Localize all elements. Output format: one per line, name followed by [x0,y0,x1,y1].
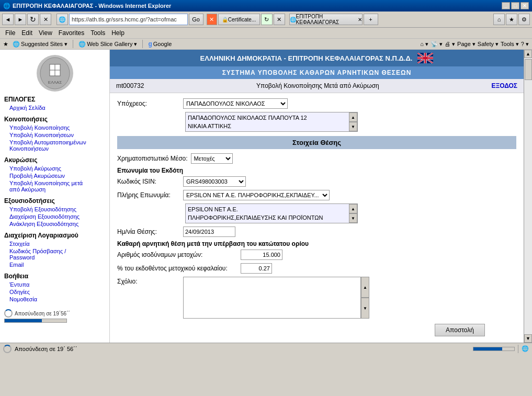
greek-emblem: ΕΛΛΑΣ [37,55,73,92]
stop-button[interactable]: ✕ [40,14,51,25]
address-scroll-down[interactable]: ▼ [349,122,357,131]
web-slice-gallery-link[interactable]: 🌐 Web Slice Gallery ▾ [76,40,139,48]
google-icon: g [148,40,152,48]
legislation-link[interactable]: Νομοθεσία [4,296,105,303]
full-name-select[interactable]: EPSILON NET A.E. ΠΛΗΡΟΦΟΡΙΚΗΣ,ΕΚΠΑΙΔΕΥ..… [183,190,330,200]
sidebar: ΕΛΛΑΣ ΕΠΙΛΟΓΕΣ Αρχική Σελίδα Κοινοποιήσε… [0,50,110,343]
certificate-stop-button[interactable]: ✕ [207,14,217,25]
scroll-down-button[interactable]: ▼ [524,334,532,343]
menu-tools[interactable]: Tools [87,29,108,37]
favorites-star-button[interactable]: ★ [506,14,517,25]
isin-select[interactable]: GRS498003003 [183,176,246,187]
revoke-authorization-link[interactable]: Ανάκληση Εξουσιοδότησης [4,220,105,228]
date-row: Ημ/νία Θέσης: [117,227,516,237]
main-content: ΕΛΛΗΝΙΚΗ ΔΗΜΟΚΡΑΤΙΑ - ΕΠΙΤΡΟΠΗ ΚΕΦΑΛΑΙΑΓ… [110,50,524,343]
toolbar-home-icon[interactable]: ⌂ ▾ [420,41,428,48]
comment-scroll-down[interactable]: ▼ [361,298,369,319]
stop-button-2[interactable]: ✕ [274,14,285,25]
full-name-scroll-up[interactable]: ▲ [349,204,357,213]
full-name-area: EPSILON NET A.E. ΠΛΗΡΟΦΟΡΙΚΗΣ,ΕΚΠΑΙΔΕΥΣΗ… [185,203,516,223]
home-button[interactable]: ⌂ [493,14,505,25]
suggested-sites-link[interactable]: 🌐 Suggested Sites ▾ [10,40,70,48]
section-cancellations-title: Ακυρώσεις [4,156,105,164]
browser-body: ΕΛΛΑΣ ΕΠΙΛΟΓΕΣ Αρχική Σελίδα Κοινοποιήσε… [0,50,532,343]
net-position-title: Καθαρή αρνητική θέση μετά την υπέρβαση τ… [117,240,516,247]
date-input[interactable] [183,227,235,237]
full-name-row: Πλήρης Επωνυμία: EPSILON NET A.E. ΠΛΗΡΟΦ… [117,190,516,200]
refresh-button-2[interactable]: ↻ [261,14,273,25]
toolbar-print-icon[interactable]: 🖨 ▾ [445,41,455,48]
window-controls[interactable]: _ □ ✕ [502,2,529,9]
address-scroll-up[interactable]: ▲ [349,112,357,122]
minimize-button[interactable]: _ [502,2,510,9]
toolbar-page-menu[interactable]: Page ▾ [457,41,476,48]
active-tab-toolbar[interactable]: 🌐 ΕΠΙΤΡΟΠΗ ΚΕΦΑΛΑΙΑΓΟΡΑΣ ✕ [289,14,363,25]
home-link[interactable]: Αρχική Σελίδα [4,104,105,111]
shares-label: Αριθμός ισοδύναμων μετοχών: [117,251,237,258]
new-tab-button[interactable]: + [364,14,378,25]
menu-edit[interactable]: Edit [18,29,36,37]
address-input[interactable] [72,16,185,22]
toolbar-help-icon[interactable]: ? ▾ [521,41,529,48]
submit-cancellation-link[interactable]: Υποβολή Ακύρωσης [4,165,105,172]
percent-label: % του εκδοθέντος μετοχικού κεφαλαίου: [117,265,237,272]
google-link[interactable]: g Google [146,40,174,48]
full-name-box: EPSILON NET A.E. ΠΛΗΡΟΦΟΡΙΚΗΣ,ΕΚΠΑΙΔΕΥΣΗ… [185,203,358,223]
toolbar-safety-menu[interactable]: Safety ▾ [478,41,499,48]
comment-textarea[interactable] [183,277,361,319]
scroll-up-button[interactable]: ▲ [524,50,532,58]
view-cancellations-link[interactable]: Προβολή Ακυρώσεων [4,172,105,179]
forward-button[interactable]: ► [15,14,26,25]
titlebar-left: 🌐 ΕΠΙΤΡΟΠΗ ΚΕΦΑΛΑΙΑΓΟΡΑΣ - Windows Inter… [3,3,171,9]
financial-instrument-label: Χρηματοπιστωτικό Μέσο: [117,155,188,162]
submit-auto-notifications-link[interactable]: Υποβολή ΑυτοματοποιημένωνΚοινοποιήσεων [4,139,105,152]
tab-close-toolbar[interactable]: ✕ [358,17,362,22]
financial-instrument-select[interactable]: Μετοχές [191,153,233,164]
email-link[interactable]: Email [4,261,105,268]
shares-input[interactable] [241,250,282,260]
menu-view[interactable]: View [36,29,55,37]
address-scroll: ▲ ▼ [349,112,357,131]
toolbar-tools-menu[interactable]: Tools ▾ [501,41,519,48]
address-bar[interactable] [69,14,188,25]
exit-link[interactable]: ΕΞΟΔΟΣ [491,82,517,89]
refresh-button[interactable]: ↻ [27,14,39,25]
obligor-select[interactable]: ΠΑΠΑΔΟΠΟΥΛΟΣ ΝΙΚΟΛΑΟΣ [183,98,288,109]
logout-timer-text: Αποσύνδεση σε 19΄56΄΄ [15,311,70,316]
comment-area-wrapper: ▲ ▼ [183,277,369,319]
window-titlebar: 🌐 ΕΠΙΤΡΟΠΗ ΚΕΦΑΛΑΙΑΓΟΡΑΣ - Windows Inter… [0,0,532,12]
submit-button[interactable]: Αποστολή [435,324,485,336]
view-notifications-link[interactable]: Υποβολή Κοινοποιήσεων [4,131,105,139]
full-name-scroll-down[interactable]: ▼ [349,213,357,223]
password-link[interactable]: Κωδικός Πρόσβασης /Password [4,247,105,261]
menu-favorites[interactable]: Favorites [55,29,87,37]
instructions-link[interactable]: Οδηγίες [4,288,105,296]
navigation-bar: ◄ ► ↻ ✕ 🌐 Go ✕ 🔒 Certificate... ↻ ✕ 🌐 ΕΠ… [2,13,530,26]
submit-notification-link[interactable]: Υποβολή Κοινοποίησης [4,124,105,131]
comment-scroll-up[interactable]: ▲ [361,277,369,298]
forms-link[interactable]: Έντυπα [4,281,105,288]
submit-authorization-link[interactable]: Υποβολή Εξουσιοδότησης [4,206,105,213]
close-button[interactable]: ✕ [520,2,529,9]
go-button[interactable]: Go [189,14,203,25]
account-info-link[interactable]: Στοιχεία [4,240,105,247]
sidebar-logo: ΕΛΛΑΣ [4,55,105,92]
maximize-button[interactable]: □ [511,2,519,9]
submit-notification-after-link[interactable]: Υποβολή Κοινοποίησης μετάαπό Ακύρωση [4,179,105,193]
uk-flag-icon[interactable] [417,53,433,63]
logout-timer-area: Αποσύνδεση σε 19΄56΄΄ [4,309,105,318]
manage-authorization-link[interactable]: Διαχείριση Εξουσιοδότησης [4,213,105,220]
financial-instrument-row: Χρηματοπιστωτικό Μέσο: Μετοχές [117,153,516,164]
comment-row: Σχόλιο: ▲ ▼ [117,277,516,319]
svg-text:ΕΛΛΑΣ: ΕΛΛΑΣ [48,80,61,85]
full-name-line2: ΠΛΗΡΟΦΟΡΙΚΗΣ,ΕΚΠΑΙΔΕΥΣΗΣ ΚΑΙ ΠΡΟΪΟΝΤΩΝ [188,213,347,222]
menu-help[interactable]: Help [108,29,128,37]
scroll-thumb[interactable] [525,59,532,80]
percent-input[interactable] [241,263,272,274]
certificate-tab[interactable]: 🔒 Certificate... [218,14,260,25]
back-button[interactable]: ◄ [2,14,14,25]
settings-button[interactable]: ⚙ [518,14,530,25]
full-name-line1: EPSILON NET A.E. [188,205,347,213]
menu-file[interactable]: File [2,29,18,37]
toolbar-rss-icon[interactable]: 📡 ▾ [431,41,443,48]
